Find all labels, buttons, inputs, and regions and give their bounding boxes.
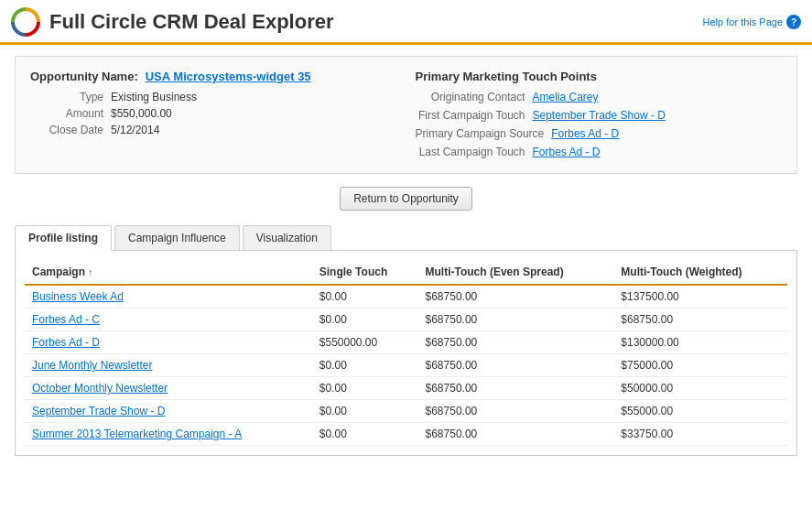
touch-title: Primary Marketing Touch Points	[416, 70, 783, 83]
touch-last-campaign: Last Campaign Touch Forbes Ad - D	[416, 146, 783, 158]
multi-weighted-value: $68750.00	[613, 309, 787, 331]
campaign-name-link[interactable]: Forbes Ad - D	[25, 331, 312, 354]
opp-left: Opportunity Name: USA Microsystems-widge…	[30, 70, 397, 164]
single-touch-value: $0.00	[312, 377, 418, 400]
originating-contact-label: Originating Contact	[416, 91, 525, 103]
opp-name-row: Opportunity Name: USA Microsystems-widge…	[30, 70, 397, 83]
table-header-row: Campaign ↑ Single Touch Multi-Touch (Eve…	[25, 260, 787, 285]
multi-even-value: $68750.00	[418, 309, 614, 331]
touch-originating-contact: Originating Contact Amelia Carey	[416, 91, 783, 103]
col-multi-even[interactable]: Multi-Touch (Even Spread)	[418, 260, 614, 285]
multi-even-value: $68750.00	[418, 331, 614, 354]
field-close-date: Close Date 5/12/2014	[30, 124, 397, 136]
primary-source-link[interactable]: Forbes Ad - D	[551, 127, 619, 140]
tab-campaign-influence[interactable]: Campaign Influence	[114, 225, 240, 250]
table-row: Forbes Ad - D$550000.00$68750.00$130000.…	[25, 331, 787, 354]
amount-label: Amount	[30, 107, 103, 120]
campaigns-table: Campaign ↑ Single Touch Multi-Touch (Eve…	[25, 260, 787, 446]
app-title: Full Circle CRM Deal Explorer	[49, 10, 334, 34]
campaign-name-link[interactable]: June Monthly Newsletter	[25, 354, 312, 377]
multi-weighted-value: $33750.00	[613, 423, 787, 446]
sort-icon: ↑	[88, 267, 92, 277]
header-left: Full Circle CRM Deal Explorer	[11, 7, 334, 37]
first-campaign-link[interactable]: September Trade Show - D	[533, 109, 666, 122]
first-campaign-label: First Campaign Touch	[416, 109, 525, 122]
campaign-name-link[interactable]: Summer 2013 Telemarketing Campaign - A	[25, 423, 312, 446]
app-header: Full Circle CRM Deal Explorer Help for t…	[0, 0, 812, 45]
single-touch-value: $550000.00	[312, 331, 418, 354]
single-touch-value: $0.00	[312, 400, 418, 423]
multi-weighted-value: $75000.00	[613, 354, 787, 377]
return-to-opportunity-button[interactable]: Return to Opportunity	[340, 187, 472, 211]
campaign-name-link[interactable]: Business Week Ad	[25, 285, 312, 309]
multi-even-value: $68750.00	[418, 400, 614, 423]
multi-weighted-value: $137500.00	[613, 285, 787, 309]
table-row: Summer 2013 Telemarketing Campaign - A$0…	[25, 423, 787, 446]
help-text: Help for this Page	[703, 16, 783, 27]
help-link[interactable]: Help for this Page ?	[703, 15, 801, 29]
opp-name-label: Opportunity Name:	[30, 70, 138, 83]
multi-weighted-value: $50000.00	[613, 377, 787, 400]
app-logo-icon	[11, 7, 40, 37]
table-section: Campaign ↑ Single Touch Multi-Touch (Eve…	[15, 251, 797, 456]
close-date-value: 5/12/2014	[111, 124, 159, 136]
touch-primary-source: Primary Campaign Source Forbes Ad - D	[416, 127, 783, 140]
main-content: Opportunity Name: USA Microsystems-widge…	[0, 45, 812, 467]
opportunity-section: Opportunity Name: USA Microsystems-widge…	[15, 56, 797, 174]
type-label: Type	[30, 91, 103, 103]
tab-profile-listing[interactable]: Profile listing	[15, 225, 112, 251]
single-touch-value: $0.00	[312, 309, 418, 331]
table-row: Business Week Ad$0.00$68750.00$137500.00	[25, 285, 787, 309]
table-row: June Monthly Newsletter$0.00$68750.00$75…	[25, 354, 787, 377]
col-campaign-label: Campaign	[32, 265, 85, 278]
field-amount: Amount $550,000.00	[30, 107, 397, 120]
multi-even-value: $68750.00	[418, 377, 614, 400]
originating-contact-link[interactable]: Amelia Carey	[533, 91, 599, 103]
single-touch-value: $0.00	[312, 354, 418, 377]
tab-visualization[interactable]: Visualization	[243, 225, 331, 250]
return-btn-row: Return to Opportunity	[15, 187, 797, 211]
campaign-name-link[interactable]: October Monthly Newsletter	[25, 377, 312, 400]
table-row: Forbes Ad - C$0.00$68750.00$68750.00	[25, 309, 787, 331]
col-multi-weighted[interactable]: Multi-Touch (Weighted)	[613, 260, 787, 285]
help-icon: ?	[786, 15, 801, 29]
amount-value: $550,000.00	[111, 107, 172, 120]
primary-source-label: Primary Campaign Source	[416, 127, 545, 140]
multi-even-value: $68750.00	[418, 285, 614, 309]
type-value: Existing Business	[111, 91, 197, 103]
single-touch-value: $0.00	[312, 423, 418, 446]
single-touch-value: $0.00	[312, 285, 418, 309]
multi-weighted-value: $130000.00	[613, 331, 787, 354]
campaign-name-link[interactable]: September Trade Show - D	[25, 400, 312, 423]
multi-even-value: $68750.00	[418, 423, 614, 446]
touch-first-campaign: First Campaign Touch September Trade Sho…	[416, 109, 783, 122]
table-row: September Trade Show - D$0.00$68750.00$5…	[25, 400, 787, 423]
opp-name-link[interactable]: USA Microsystems-widget 35	[146, 70, 311, 83]
col-campaign[interactable]: Campaign ↑	[25, 260, 312, 285]
opp-right: Primary Marketing Touch Points Originati…	[416, 70, 783, 164]
tabs-bar: Profile listing Campaign Influence Visua…	[15, 225, 797, 251]
col-single-touch[interactable]: Single Touch	[312, 260, 418, 285]
multi-weighted-value: $55000.00	[613, 400, 787, 423]
last-campaign-link[interactable]: Forbes Ad - D	[533, 146, 601, 158]
campaign-name-link[interactable]: Forbes Ad - C	[25, 309, 312, 331]
last-campaign-label: Last Campaign Touch	[416, 146, 525, 158]
multi-even-value: $68750.00	[418, 354, 614, 377]
field-type: Type Existing Business	[30, 91, 397, 103]
close-date-label: Close Date	[30, 124, 103, 136]
table-row: October Monthly Newsletter$0.00$68750.00…	[25, 377, 787, 400]
